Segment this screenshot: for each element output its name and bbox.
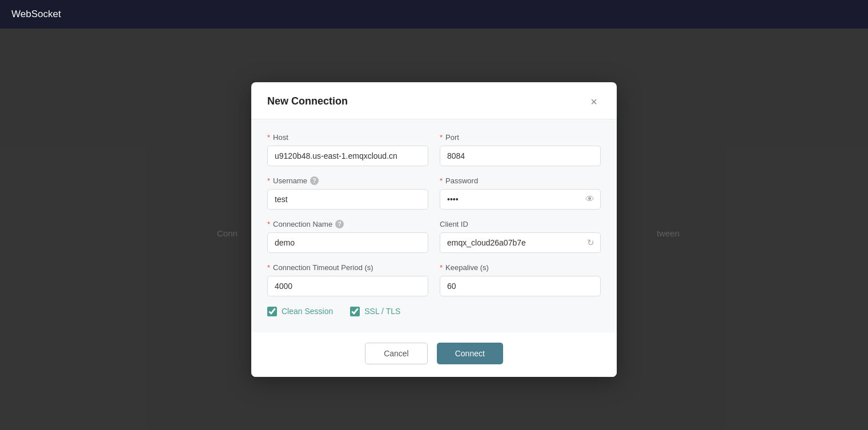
checkbox-row: Clean Session SSL / TLS [267,307,601,316]
username-group: * Username ? [267,176,428,210]
password-toggle-icon[interactable]: 👁 [585,194,594,204]
username-input[interactable] [267,189,428,210]
connection-name-group: * Connection Name ? [267,220,428,253]
dialog-footer: Cancel Connect [251,332,617,377]
conn-name-required-star: * [267,220,270,228]
connection-name-client-id-row: * Connection Name ? Client ID ↻ [267,220,601,253]
dialog-header: New Connection × [251,82,617,119]
dialog-title: New Connection [267,95,348,107]
client-id-label: Client ID [440,220,601,228]
password-required-star: * [440,176,443,185]
clean-session-item[interactable]: Clean Session [267,307,333,316]
keepalive-required-star: * [440,263,443,272]
client-id-input-wrapper: ↻ [440,232,601,253]
username-password-row: * Username ? * Password 👁 [267,176,601,210]
connect-button[interactable]: Connect [437,343,503,364]
app-title: WebSocket [11,9,61,20]
client-id-refresh-icon[interactable]: ↻ [587,238,594,248]
ssl-tls-label: SSL / TLS [364,307,400,316]
background-area: Conn tween New Connection × * Host [0,29,868,430]
connection-name-label: * Connection Name ? [267,220,428,228]
keepalive-group: * Keepalive (s) [440,263,601,296]
keepalive-input[interactable] [440,276,601,296]
host-group: * Host [267,133,428,166]
dialog-body: * Host * Port * [251,119,617,332]
password-group: * Password 👁 [440,176,601,210]
host-label: * Host [267,133,428,142]
timeout-label: * Connection Timeout Period (s) [267,263,428,272]
timeout-input[interactable] [267,276,428,296]
host-port-row: * Host * Port [267,133,601,166]
clean-session-checkbox[interactable] [267,307,277,316]
clean-session-label: Clean Session [282,307,333,316]
ssl-tls-item[interactable]: SSL / TLS [350,307,400,316]
username-help-icon[interactable]: ? [310,176,319,185]
password-label: * Password [440,176,601,185]
ssl-tls-checkbox[interactable] [350,307,360,316]
username-required-star: * [267,176,270,185]
host-input[interactable] [267,146,428,166]
port-group: * Port [440,133,601,166]
topbar: WebSocket [0,0,868,29]
connection-name-help-icon[interactable]: ? [335,220,344,228]
port-input[interactable] [440,146,601,166]
password-input[interactable] [440,189,601,210]
close-button[interactable]: × [587,95,601,108]
port-label: * Port [440,133,601,142]
cancel-button[interactable]: Cancel [365,343,428,364]
timeout-keepalive-row: * Connection Timeout Period (s) * Keepal… [267,263,601,296]
password-input-wrapper: 👁 [440,189,601,210]
port-required-star: * [440,133,443,142]
username-label: * Username ? [267,176,428,185]
timeout-group: * Connection Timeout Period (s) [267,263,428,296]
new-connection-dialog: New Connection × * Host * Port [251,82,617,377]
keepalive-label: * Keepalive (s) [440,263,601,272]
timeout-required-star: * [267,263,270,272]
client-id-group: Client ID ↻ [440,220,601,253]
client-id-input[interactable] [440,232,601,253]
connection-name-input[interactable] [267,232,428,253]
host-required-star: * [267,133,270,142]
